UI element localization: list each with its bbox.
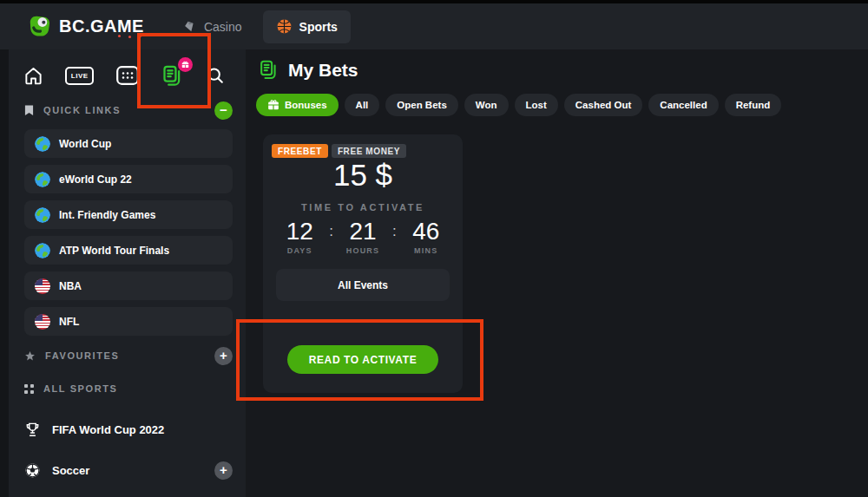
bonus-notification-badge xyxy=(178,57,193,72)
sidebar-item-soccer[interactable]: Soccer + xyxy=(24,460,233,481)
home-icon xyxy=(23,66,43,86)
search-button[interactable] xyxy=(206,66,225,85)
filter-label: Cashed Out xyxy=(575,100,632,110)
days-value: 12 xyxy=(277,219,322,244)
activation-countdown: 12 DAYS : 21 HOURS : 46 MINS xyxy=(263,219,463,255)
filter-label: Won xyxy=(476,100,497,110)
sidebar-icon-nav: LIVE xyxy=(0,61,246,90)
logo-text: BC.GAME xyxy=(59,16,144,36)
quick-link-label: World Cup xyxy=(59,138,111,150)
globe-icon xyxy=(35,207,50,223)
quick-link-int-friendly-games[interactable]: Int. Friendly Games xyxy=(24,200,233,229)
add-favourite-button[interactable]: + xyxy=(214,347,233,365)
live-events-button[interactable]: LIVE xyxy=(65,67,94,85)
all-events-button[interactable]: All Events xyxy=(276,269,450,301)
bcgame-logo[interactable]: BC.GAME xyxy=(27,14,141,39)
globe-icon xyxy=(35,172,50,187)
filter-open-bets[interactable]: Open Bets xyxy=(385,94,458,116)
quick-links-list: World Cup eWorld Cup 22 Int. Friendly Ga… xyxy=(24,129,233,343)
mins-value: 46 xyxy=(404,219,449,244)
home-button[interactable] xyxy=(23,66,43,86)
bc-game-sportsbook: BC.GAME Casino Sports xyxy=(0,0,868,497)
sport-label: FIFA World Cup 2022 xyxy=(52,423,164,436)
quick-link-eworld-cup[interactable]: eWorld Cup 22 xyxy=(24,165,233,193)
grid-icon xyxy=(24,384,34,394)
filter-cashed-out[interactable]: Cashed Out xyxy=(564,94,643,116)
filter-label: All xyxy=(356,100,369,110)
topbar: BC.GAME Casino Sports xyxy=(0,0,868,49)
tab-sports[interactable]: Sports xyxy=(263,10,351,43)
bookmark-icon xyxy=(24,105,34,116)
sidebar-edge-strip xyxy=(0,49,9,497)
countdown-mins: 46 MINS xyxy=(404,219,449,255)
freebet-bonus-card: FREEBET FREE MONEY 15 $ TIME TO ACTIVATE… xyxy=(263,134,463,393)
soccer-ball-icon xyxy=(24,462,41,479)
bonus-amount: 15 $ xyxy=(263,158,463,193)
quick-link-label: Int. Friendly Games xyxy=(59,209,155,221)
quick-link-world-cup[interactable]: World Cup xyxy=(24,129,233,158)
hours-value: 21 xyxy=(340,219,385,244)
live-icon: LIVE xyxy=(65,67,94,85)
favourites-header: FAVOURITES + xyxy=(24,346,233,365)
page-title: My Bets xyxy=(288,60,358,81)
quick-link-label: NFL xyxy=(59,316,79,328)
bonus-badges: FREEBET FREE MONEY xyxy=(272,144,406,158)
quick-link-label: NBA xyxy=(59,280,82,292)
read-to-activate-button[interactable]: READ TO ACTIVATE xyxy=(287,345,438,374)
my-bets-button[interactable] xyxy=(161,64,184,88)
favourites-title: FAVOURITES xyxy=(45,350,119,361)
tab-sports-label: Sports xyxy=(299,20,338,34)
filter-cancelled[interactable]: Cancelled xyxy=(648,94,718,116)
sidebar-item-fifa-world-cup-2022[interactable]: FIFA World Cup 2022 xyxy=(24,419,233,440)
quick-link-nfl[interactable]: NFL xyxy=(24,307,233,336)
main-content: My Bets Bonuses All Open Bets Won Lost C… xyxy=(246,49,868,497)
globe-icon xyxy=(35,243,50,258)
star-icon xyxy=(24,350,36,362)
bet-filters: Bonuses All Open Bets Won Lost Cashed Ou… xyxy=(256,94,781,116)
usa-flag-icon xyxy=(35,314,50,330)
filter-lost[interactable]: Lost xyxy=(515,94,558,116)
logo-confetti-dots xyxy=(139,35,141,37)
quick-link-nba[interactable]: NBA xyxy=(24,271,233,300)
countdown-separator: : xyxy=(329,223,333,240)
schedule-button[interactable] xyxy=(116,66,139,85)
quick-links-header: QUICK LINKS − xyxy=(24,101,233,120)
countdown-separator: : xyxy=(392,223,397,240)
search-icon xyxy=(206,66,225,85)
globe-icon xyxy=(35,136,50,152)
expand-soccer-button[interactable]: + xyxy=(214,461,233,480)
all-sports-title: ALL SPORTS xyxy=(43,383,117,394)
diamond-icon xyxy=(182,19,197,34)
gift-icon xyxy=(267,99,279,111)
quick-link-atp-world-tour-finals[interactable]: ATP World Tour Finals xyxy=(24,236,233,265)
my-bets-icon xyxy=(258,59,279,81)
filter-won[interactable]: Won xyxy=(464,94,509,116)
usa-flag-icon xyxy=(35,278,50,294)
filter-label: Lost xyxy=(526,100,547,110)
filter-label: Bonuses xyxy=(285,100,327,110)
page-title-row: My Bets xyxy=(258,59,358,81)
filter-bonuses[interactable]: Bonuses xyxy=(256,94,339,116)
all-sports-header: ALL SPORTS xyxy=(24,379,233,398)
filter-label: Cancelled xyxy=(660,100,707,110)
timer-title: TIME TO ACTIVATE xyxy=(263,202,463,213)
mins-label: MINS xyxy=(404,246,449,255)
bcgame-mascot-icon xyxy=(27,14,52,39)
hours-label: HOURS xyxy=(340,246,385,255)
filter-refund[interactable]: Refund xyxy=(725,94,782,116)
sidebar: LIVE xyxy=(0,49,246,497)
collapse-quick-links-button[interactable]: − xyxy=(214,101,233,120)
free-money-badge: FREE MONEY xyxy=(332,144,406,158)
filter-label: Open Bets xyxy=(397,100,447,110)
freebet-badge: FREEBET xyxy=(272,144,328,158)
tab-casino[interactable]: Casino xyxy=(182,19,242,34)
filter-all[interactable]: All xyxy=(345,94,380,116)
filter-label: Refund xyxy=(736,100,771,110)
quick-link-label: eWorld Cup 22 xyxy=(59,173,132,186)
countdown-hours: 21 HOURS xyxy=(340,219,385,255)
quick-link-label: ATP World Tour Finals xyxy=(59,245,169,257)
gift-icon xyxy=(181,61,189,69)
days-label: DAYS xyxy=(277,246,322,255)
basketball-icon xyxy=(276,18,293,35)
tab-casino-label: Casino xyxy=(204,20,242,34)
